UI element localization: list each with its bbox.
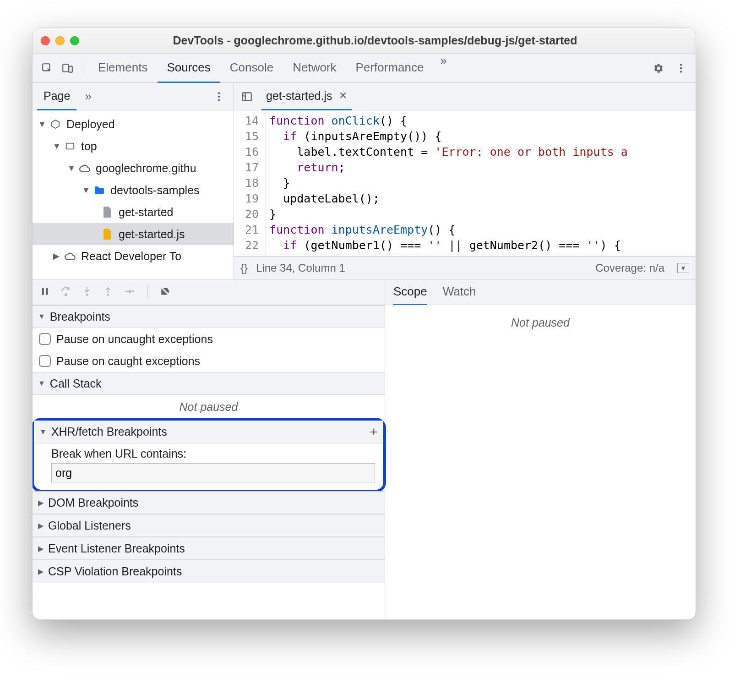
section-breakpoints[interactable]: ▼Breakpoints	[33, 305, 385, 328]
editor-statusbar: {} Line 34, Column 1 Coverage: n/a ▼	[234, 256, 696, 279]
svg-point-14	[86, 294, 88, 295]
xhr-breakpoint-label: Break when URL contains:	[51, 447, 375, 460]
step-into-icon[interactable]	[81, 285, 93, 299]
svg-point-4	[680, 67, 682, 69]
devtools-window: DevTools - googlechrome.github.io/devtoo…	[32, 27, 696, 620]
svg-rect-1	[63, 64, 68, 71]
add-xhr-breakpoint-icon[interactable]: +	[370, 424, 378, 440]
tree-top[interactable]: ▼top	[33, 135, 234, 157]
watch-tab[interactable]: Watch	[443, 279, 476, 305]
section-event-listener-breakpoints[interactable]: ▶Event Listener Breakpoints	[33, 537, 385, 560]
file-tab-get-started-js[interactable]: get-started.js ✕	[261, 83, 352, 110]
svg-rect-9	[66, 143, 74, 149]
toggle-navigator-icon[interactable]	[239, 88, 255, 105]
section-callstack[interactable]: ▼Call Stack	[33, 372, 385, 395]
cursor-position: Line 34, Column 1	[256, 262, 345, 274]
tree-react-ext[interactable]: ▶React Developer To	[33, 245, 234, 267]
callstack-not-paused: Not paused	[33, 395, 385, 419]
source-code: function onClick() { if (inputsAreEmpty(…	[266, 110, 631, 256]
navigator-menu-icon[interactable]	[209, 87, 229, 107]
svg-point-8	[218, 99, 220, 101]
svg-rect-11	[42, 288, 44, 295]
tree-folder[interactable]: ▼devtools-samples	[33, 179, 234, 201]
step-out-icon[interactable]	[102, 285, 114, 299]
cloud-icon	[78, 162, 91, 175]
tab-network[interactable]: Network	[283, 54, 345, 83]
coverage-dropdown-icon[interactable]: ▼	[677, 263, 689, 273]
svg-rect-2	[69, 66, 72, 72]
debug-toolbar	[33, 279, 385, 305]
section-global-listeners[interactable]: ▶Global Listeners	[33, 514, 385, 537]
tab-elements[interactable]: Elements	[89, 54, 157, 83]
xhr-breakpoints-highlight: ▼XHR/fetch Breakpoints+ Break when URL c…	[32, 418, 386, 492]
pause-icon[interactable]	[39, 285, 51, 299]
close-tab-icon[interactable]: ✕	[339, 90, 347, 102]
step-icon[interactable]	[123, 285, 135, 299]
section-csp-breakpoints[interactable]: ▶CSP Violation Breakpoints	[33, 560, 385, 583]
svg-point-15	[107, 294, 109, 295]
tree-deployed[interactable]: ▼Deployed	[33, 113, 234, 135]
tree-file-html[interactable]: get-started	[33, 201, 234, 223]
section-xhr-breakpoints[interactable]: ▼XHR/fetch Breakpoints+	[34, 421, 383, 443]
settings-gear-icon[interactable]	[648, 58, 668, 78]
cloud-icon	[64, 250, 76, 262]
main-tabbar: Elements Sources Console Network Perform…	[33, 54, 696, 83]
editor-pane: get-started.js ✕ 141516171819202122 func…	[234, 83, 696, 279]
step-over-icon[interactable]	[60, 285, 72, 299]
file-tree: ▼Deployed ▼top ▼googlechrome.githu ▼devt…	[33, 110, 234, 270]
svg-point-7	[218, 95, 220, 97]
deactivate-breakpoints-icon[interactable]	[159, 285, 171, 299]
pause-caught-checkbox[interactable]: Pause on caught exceptions	[33, 350, 385, 372]
svg-rect-12	[46, 288, 48, 295]
svg-rect-10	[242, 93, 251, 100]
device-toolbar-icon[interactable]	[57, 58, 77, 78]
coverage-label: Coverage: n/a	[595, 262, 664, 274]
svg-point-6	[218, 92, 220, 94]
pause-uncaught-checkbox[interactable]: Pause on uncaught exceptions	[33, 328, 385, 350]
minimize-window-button[interactable]	[55, 36, 65, 45]
svg-point-5	[680, 71, 682, 72]
tree-file-js[interactable]: get-started.js	[33, 223, 234, 245]
section-dom-breakpoints[interactable]: ▶DOM Breakpoints	[33, 491, 385, 514]
maximize-window-button[interactable]	[70, 36, 79, 45]
scope-panel: Scope Watch Not paused	[385, 279, 696, 619]
navigator-overflow-icon[interactable]: »	[76, 89, 99, 104]
window-title: DevTools - googlechrome.github.io/devtoo…	[90, 34, 687, 47]
debugger-panel: ▼Breakpoints Pause on uncaught exception…	[33, 279, 696, 619]
titlebar: DevTools - googlechrome.github.io/devtoo…	[33, 28, 696, 54]
window-controls	[41, 36, 79, 45]
code-editor[interactable]: 141516171819202122 function onClick() { …	[234, 110, 696, 256]
svg-point-3	[680, 64, 682, 66]
cube-icon	[49, 118, 62, 131]
scope-tab[interactable]: Scope	[393, 279, 427, 305]
tab-console[interactable]: Console	[221, 54, 283, 83]
tabs-overflow-icon[interactable]: »	[434, 54, 453, 83]
kebab-menu-icon[interactable]	[671, 58, 691, 78]
frame-icon	[64, 140, 76, 153]
xhr-url-input[interactable]	[51, 463, 375, 482]
scope-not-paused: Not paused	[385, 305, 696, 335]
folder-icon	[93, 184, 106, 197]
close-window-button[interactable]	[41, 36, 50, 45]
document-icon	[101, 206, 114, 219]
navigator-pane: Page » ▼Deployed ▼top ▼googlechrome.gith…	[33, 83, 234, 279]
tab-performance[interactable]: Performance	[347, 54, 433, 83]
navigator-tab-page[interactable]: Page	[37, 83, 76, 110]
line-gutter: 141516171819202122	[234, 110, 266, 256]
inspect-element-icon[interactable]	[37, 58, 57, 78]
tree-origin[interactable]: ▼googlechrome.githu	[33, 157, 234, 179]
tab-sources[interactable]: Sources	[158, 54, 219, 83]
js-file-icon	[101, 228, 114, 241]
svg-point-16	[132, 290, 134, 292]
svg-point-13	[65, 294, 67, 295]
pretty-print-icon[interactable]: {}	[240, 262, 248, 274]
